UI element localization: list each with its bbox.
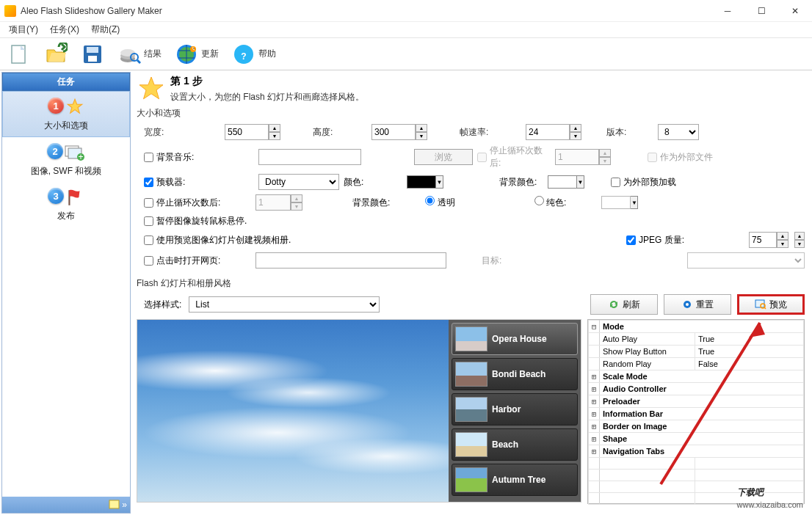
- click-open-checkbox[interactable]: 点击时打开网页:: [144, 255, 250, 267]
- sidebar-item-label: 图像, SWF 和视频: [5, 165, 127, 178]
- fps-input[interactable]: ▲▼: [526, 124, 606, 140]
- stop-after-input[interactable]: ▲▼: [555, 149, 643, 165]
- thumbnail-item[interactable]: Bondi Beach: [452, 358, 578, 390]
- step-title: 第 1 步: [170, 75, 364, 88]
- svg-line-8: [137, 60, 140, 63]
- bgm-path-input[interactable]: [258, 149, 361, 165]
- star-icon: [137, 75, 166, 104]
- transparent-radio[interactable]: [425, 196, 435, 205]
- solid-color-dropdown[interactable]: ▼: [631, 196, 638, 209]
- width-input[interactable]: ▲▼: [225, 124, 313, 140]
- flag-icon: [65, 188, 84, 207]
- height-input[interactable]: ▲▼: [371, 124, 460, 140]
- preview-icon: [755, 299, 766, 310]
- width-label: 宽度:: [144, 126, 225, 139]
- preview-pane: Opera House Bondi Beach Harbor Beach Aut…: [137, 319, 581, 503]
- loop-stop-input[interactable]: ▲▼: [255, 194, 302, 211]
- help-button[interactable]: ?帮助: [229, 41, 279, 67]
- styles-section-label: Flash 幻灯片和相册风格: [137, 277, 805, 290]
- sidebar-item-size-options[interactable]: 1 大小和选项: [2, 91, 130, 137]
- pause-hover-checkbox[interactable]: 暂停图像旋转鼠标悬停.: [144, 215, 247, 227]
- bgcolor-dropdown[interactable]: ▼: [577, 175, 584, 189]
- preview-button[interactable]: 预览: [737, 294, 805, 315]
- bgcolor-label-2: 背景颜色:: [352, 197, 390, 209]
- svg-text:?: ?: [241, 51, 246, 62]
- color-label: 颜色:: [344, 176, 402, 189]
- url-input[interactable]: [255, 252, 446, 269]
- thumbnail-item[interactable]: Beach: [452, 428, 578, 461]
- thumbnail-list: Opera House Bondi Beach Harbor Beach Aut…: [449, 320, 581, 502]
- images-icon: +: [65, 143, 85, 162]
- step-3-badge: 3: [48, 188, 64, 204]
- preloader-checkbox[interactable]: 预载器:: [144, 176, 254, 189]
- menubar: 项目(Y) 任务(X) 帮助(Z): [0, 22, 812, 38]
- jpeg-quality-input[interactable]: ▲▼: [749, 232, 789, 248]
- menu-help[interactable]: 帮助(Z): [85, 22, 126, 37]
- gear-icon: [681, 299, 693, 310]
- sidebar-item-publish[interactable]: 3 发布: [2, 182, 130, 227]
- use-preview-checkbox[interactable]: 使用预览图像幻灯片创建视频相册.: [144, 234, 291, 246]
- reset-button[interactable]: 重置: [664, 294, 731, 315]
- star-icon: [65, 98, 84, 117]
- refresh-button[interactable]: 刷新: [590, 294, 658, 315]
- svg-point-6: [120, 49, 135, 56]
- thumbnail-item[interactable]: Harbor: [452, 393, 578, 425]
- svg-point-19: [686, 303, 689, 306]
- target-select[interactable]: [687, 252, 805, 269]
- bgcolor-swatch[interactable]: [548, 175, 577, 189]
- refresh-icon: [608, 299, 620, 310]
- sidebar-item-media[interactable]: 2+ 图像, SWF 和视频: [2, 137, 130, 182]
- step-1-badge: 1: [48, 98, 64, 114]
- toolbar: 结果 更新 ?帮助: [0, 38, 812, 70]
- result-label: 结果: [144, 48, 162, 60]
- help-label: 帮助: [258, 48, 276, 60]
- close-button[interactable]: ✕: [778, 0, 812, 22]
- update-button[interactable]: 更新: [172, 41, 222, 67]
- external-file-checkbox[interactable]: 作为外部文件: [648, 151, 743, 164]
- size-options-label: 大小和选项: [137, 107, 805, 120]
- titlebar: Aleo Flash Slideshow Gallery Maker ─ ☐ ✕: [0, 0, 812, 22]
- notes-icon[interactable]: [109, 500, 120, 510]
- fps-label: 帧速率:: [460, 126, 526, 139]
- svg-rect-2: [87, 47, 98, 53]
- style-select-label: 选择样式:: [144, 299, 181, 311]
- stop-after-checkbox[interactable]: 停止循环次数后:: [477, 145, 551, 169]
- svg-text:+: +: [78, 152, 83, 162]
- solid-radio[interactable]: [534, 196, 544, 205]
- svg-line-22: [764, 307, 766, 309]
- window-title: Aleo Flash Slideshow Gallery Maker: [21, 6, 711, 16]
- color-swatch[interactable]: [407, 175, 436, 189]
- bgm-checkbox[interactable]: 背景音乐:: [144, 151, 254, 164]
- svg-rect-3: [88, 56, 97, 62]
- sidebar-header: 任务: [2, 73, 130, 91]
- maximize-button[interactable]: ☐: [744, 0, 778, 22]
- app-icon: [4, 5, 16, 17]
- watermark: 下载吧 www.xiazaiba.com: [737, 477, 803, 509]
- color-dropdown[interactable]: ▼: [436, 175, 443, 189]
- open-button[interactable]: [41, 41, 70, 67]
- step-2-badge: 2: [47, 143, 63, 159]
- thumbnail-item[interactable]: Autumn Tree: [452, 464, 578, 496]
- svg-rect-17: [109, 500, 119, 508]
- minimize-button[interactable]: ─: [711, 0, 744, 22]
- loop-stop-checkbox[interactable]: 停止循环次数后:: [144, 197, 250, 209]
- thumbnail-item[interactable]: Opera House: [452, 323, 578, 355]
- browse-button[interactable]: 浏览: [414, 149, 473, 165]
- version-select[interactable]: 8: [658, 124, 699, 140]
- preloader-select[interactable]: Dotty: [258, 174, 339, 190]
- solid-color-swatch[interactable]: [601, 196, 631, 209]
- chevron-right-icon: »: [122, 500, 127, 510]
- new-button[interactable]: [4, 41, 34, 67]
- jpeg-quality-checkbox[interactable]: JPEG 质量:: [626, 234, 684, 246]
- result-button[interactable]: 结果: [115, 41, 164, 67]
- step-subtitle: 设置大小，为您的 Flash 幻灯片和画廊选择风格。: [170, 91, 364, 103]
- style-select[interactable]: List: [189, 296, 380, 313]
- sidebar: 任务 1 大小和选项 2+ 图像, SWF 和视频 3 发布 »: [1, 72, 131, 514]
- sidebar-item-label: 大小和选项: [6, 120, 126, 132]
- menu-task[interactable]: 任务(X): [44, 22, 85, 37]
- height-label: 高度:: [313, 126, 371, 139]
- menu-project[interactable]: 项目(Y): [3, 22, 44, 37]
- save-button[interactable]: [78, 41, 107, 67]
- external-preload-checkbox[interactable]: 为外部预加载: [611, 176, 699, 189]
- content: 第 1 步 设置大小，为您的 Flash 幻灯片和画廊选择风格。 大小和选项 宽…: [132, 70, 812, 515]
